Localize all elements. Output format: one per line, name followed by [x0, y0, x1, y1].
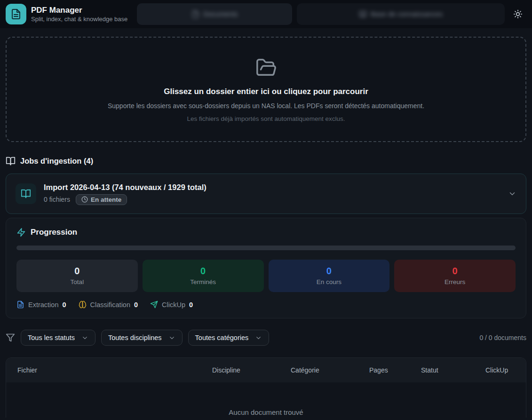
substat-classification-value: 0 — [134, 301, 138, 309]
book-icon — [359, 10, 367, 18]
filter-funnel-icon — [6, 333, 15, 342]
table-empty-state: Aucun document trouvé — [6, 382, 526, 418]
jobs-section-header: Jobs d'ingestion (4) — [6, 156, 526, 166]
clock-icon — [81, 196, 88, 203]
folder-open-icon — [254, 57, 279, 79]
column-header-categorie: Catégorie — [291, 366, 369, 374]
theme-toggle-button[interactable] — [509, 6, 526, 23]
category-filter-dropdown[interactable]: Toutes catégories — [188, 330, 270, 346]
progression-card: Progression 0 Total 0 Terminés 0 En cour… — [6, 218, 526, 318]
stat-in-progress-value: 0 — [273, 266, 385, 277]
documents-table: Fichier Discipline Catégorie Pages Statu… — [6, 357, 526, 418]
file-text-icon — [16, 301, 24, 309]
substat-clickup-label: ClickUp — [162, 301, 185, 309]
chevron-down-icon — [255, 334, 262, 341]
job-title: Import 2026-04-13 (74 nouveaux / 1929 to… — [44, 183, 500, 192]
book-open-icon — [6, 156, 16, 166]
filter-row: Tous les statuts Toutes disciplines Tout… — [6, 330, 526, 346]
column-header-discipline: Discipline — [212, 366, 291, 374]
job-info: Import 2026-04-13 (74 nouveaux / 1929 to… — [44, 183, 500, 205]
stat-total-value: 0 — [21, 266, 133, 277]
chevron-down-icon — [168, 334, 175, 341]
column-header-clickup: ClickUp — [485, 366, 515, 374]
tab-documents-label: Documents — [203, 10, 238, 18]
chevron-down-icon — [81, 334, 88, 341]
progress-bar — [16, 246, 516, 250]
app-header: PDF Manager Split, index, chat & knowled… — [0, 0, 532, 28]
discipline-filter-dropdown[interactable]: Toutes disciplines — [101, 330, 183, 346]
substat-clickup: ClickUp 0 — [150, 301, 193, 309]
substat-extraction-value: 0 — [62, 301, 66, 309]
substat-classification-label: Classification — [90, 301, 130, 309]
dropzone-note: Les fichiers déjà importés sont automati… — [187, 115, 345, 122]
substats-row: Extraction 0 Classification 0 ClickUp 0 — [16, 301, 516, 309]
discipline-filter-value: Toutes disciplines — [108, 334, 162, 341]
column-header-fichier: Fichier — [17, 366, 212, 374]
stat-completed-value: 0 — [147, 266, 259, 277]
jobs-section-title: Jobs d'ingestion (4) — [20, 157, 93, 166]
job-book-icon — [16, 183, 36, 204]
tab-documents[interactable]: Documents — [137, 3, 292, 25]
status-badge: En attente — [76, 194, 127, 205]
document-icon — [191, 10, 199, 18]
status-filter-value: Tous les statuts — [28, 334, 75, 341]
substat-clickup-value: 0 — [189, 301, 193, 309]
stat-errors-label: Erreurs — [399, 278, 511, 285]
progression-title: Progression — [31, 228, 77, 237]
substat-extraction-label: Extraction — [28, 301, 58, 309]
column-header-pages: Pages — [369, 366, 421, 374]
stat-in-progress-label: En cours — [273, 278, 385, 285]
tab-knowledge-base[interactable]: Base de connaissances — [297, 3, 505, 25]
table-header-row: Fichier Discipline Catégorie Pages Statu… — [6, 358, 526, 382]
stat-completed: 0 Terminés — [143, 260, 264, 292]
substat-classification: Classification 0 — [79, 301, 138, 309]
stat-in-progress: 0 En cours — [269, 260, 390, 292]
app-title-block: PDF Manager Split, index, chat & knowled… — [31, 5, 127, 23]
column-header-statut: Statut — [421, 366, 485, 374]
dropzone-subtitle: Supporte les dossiers avec sous-dossiers… — [108, 102, 424, 110]
job-file-count: 0 fichiers — [44, 196, 70, 203]
chevron-down-icon[interactable] — [508, 190, 516, 198]
zap-icon — [16, 228, 26, 237]
status-filter-dropdown[interactable]: Tous les statuts — [21, 330, 95, 346]
substat-extraction: Extraction 0 — [16, 301, 66, 309]
sun-icon — [513, 9, 523, 19]
brain-icon — [79, 301, 87, 309]
stat-errors: 0 Erreurs — [394, 260, 516, 292]
main-content: Glissez un dossier entier ici ou cliquez… — [0, 37, 532, 418]
app-title: PDF Manager — [31, 5, 127, 15]
folder-dropzone[interactable]: Glissez un dossier entier ici ou cliquez… — [6, 37, 526, 142]
app-subtitle: Split, index, chat & knowledge base — [31, 16, 127, 23]
stat-completed-label: Terminés — [147, 278, 259, 285]
tab-knowledge-base-label: Base de connaissances — [371, 10, 443, 18]
stat-errors-value: 0 — [399, 266, 511, 277]
app-logo-icon — [6, 4, 26, 24]
status-badge-label: En attente — [91, 196, 121, 203]
stat-total-label: Total — [21, 278, 133, 285]
category-filter-value: Toutes catégories — [195, 334, 249, 341]
empty-message: Aucun document trouvé — [229, 408, 303, 416]
ingestion-job-card[interactable]: Import 2026-04-13 (74 nouveaux / 1929 to… — [6, 174, 526, 214]
dropzone-title: Glissez un dossier entier ici ou cliquez… — [164, 87, 368, 96]
stat-total: 0 Total — [16, 260, 138, 292]
send-icon — [150, 301, 158, 309]
header-tabs: Documents Base de connaissances — [137, 3, 505, 25]
document-count: 0 / 0 documents — [479, 334, 526, 341]
stats-grid: 0 Total 0 Terminés 0 En cours 0 Erreurs — [16, 260, 516, 292]
